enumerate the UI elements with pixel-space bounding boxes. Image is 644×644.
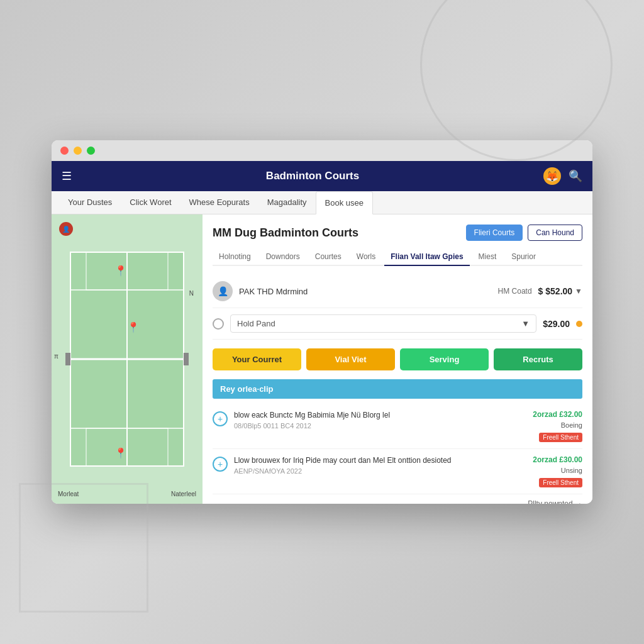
minimize-button[interactable] bbox=[74, 147, 82, 155]
vial-viet-button[interactable]: Vial Viet bbox=[306, 348, 395, 370]
sub-tab-miest[interactable]: Miest bbox=[472, 248, 503, 265]
app-title: Badminton Courts bbox=[82, 170, 543, 182]
svg-rect-7 bbox=[65, 353, 70, 365]
add-icon-1[interactable]: + bbox=[213, 411, 228, 426]
tab-whese-eopurats[interactable]: Whese Eopurats bbox=[180, 191, 258, 214]
list-price-2: 2orzad £30.00 bbox=[533, 455, 582, 464]
list-item-1: + blow eack Bunctc Mg Babimia Mje Nü Blo… bbox=[213, 404, 582, 449]
menu-icon[interactable]: ☰ bbox=[62, 169, 72, 183]
list-status-2: Unsing bbox=[533, 467, 582, 474]
booking-row-1: 👤 PAK THD Mdrmind HM Coatd $ $52.00 ▼ bbox=[213, 275, 582, 308]
list-item-2: + Llow brouwex for Iriq Pide may court d… bbox=[213, 449, 582, 494]
app-window: ☰ Badminton Courts 🦊 🔍 Your Dustes Click… bbox=[52, 140, 592, 504]
list-right-1: 2orzad £32.00 Boeing Freell Sthent bbox=[533, 410, 582, 442]
close-button[interactable] bbox=[60, 147, 69, 155]
sub-tab-flian[interactable]: Flian Vall ltaw Gpies bbox=[384, 248, 469, 266]
map-panel: 👤 📍 📍 📍 Morleat Naterleel N π bbox=[52, 214, 203, 504]
user-location-avatar: 👤 bbox=[59, 222, 73, 236]
main-content: 👤 📍 📍 📍 Morleat Naterleel N π MM Dug Bad… bbox=[52, 214, 592, 504]
navbar-icons: 🦊 🔍 bbox=[543, 167, 582, 185]
sub-tab-spurior[interactable]: Spurior bbox=[505, 248, 542, 265]
add-icon-2[interactable]: + bbox=[213, 457, 228, 472]
map-pin-3: 📍 bbox=[114, 447, 127, 459]
map-pin-1: 📍 bbox=[114, 265, 127, 277]
badge-1: Freell Sthent bbox=[539, 433, 582, 442]
tab-book-usee[interactable]: Book usee bbox=[316, 191, 373, 214]
recent-header: Rey orlea·clip bbox=[213, 379, 582, 399]
tab-your-dustes[interactable]: Your Dustes bbox=[59, 191, 121, 214]
status-indicator bbox=[576, 321, 582, 327]
list-content-1: blow eack Bunctc Mg Babimia Mje Nü Blorg… bbox=[234, 410, 526, 430]
chevron-down-icon: ▼ bbox=[521, 319, 530, 328]
tab-click-woret[interactable]: Click Woret bbox=[121, 191, 180, 214]
list-status-1: Boeing bbox=[533, 421, 582, 429]
maximize-button[interactable] bbox=[87, 147, 95, 155]
sub-tab-downdors[interactable]: Downdors bbox=[260, 248, 306, 265]
list-date-2: AENP/SNAfOYA 2022 bbox=[234, 467, 526, 475]
booking-price: $ $52.00 ▼ bbox=[538, 286, 582, 296]
tabbar: Your Dustes Click Woret Whese Eopurats M… bbox=[52, 191, 592, 214]
search-icon[interactable]: 🔍 bbox=[569, 169, 582, 183]
svg-rect-8 bbox=[184, 353, 189, 365]
hold-select[interactable]: Hold Pand ▼ bbox=[230, 314, 536, 333]
sub-tab-courtes[interactable]: Courtes bbox=[309, 248, 348, 265]
tab-magadality[interactable]: Magadality bbox=[258, 191, 316, 214]
sub-tab-worls[interactable]: Worls bbox=[350, 248, 382, 265]
recruts-button[interactable]: Recruts bbox=[494, 348, 582, 370]
filter-courts-button[interactable]: Flieri Courts bbox=[466, 225, 523, 241]
hold-row: Hold Pand ▼ $29.00 bbox=[213, 308, 582, 340]
list-right-2: 2orzad £30.00 Unsing Freell Sthent bbox=[533, 455, 582, 487]
map-label-pi: π bbox=[54, 353, 58, 360]
venue-header: MM Dug Badminton Courts Flieri Courts Ca… bbox=[213, 225, 582, 241]
venue-title: MM Dug Badminton Courts bbox=[213, 226, 358, 240]
court-map: 👤 📍 📍 📍 Morleat Naterleel N π bbox=[52, 214, 203, 504]
list-price-1: 2orzad £32.00 bbox=[533, 410, 582, 419]
map-pin-2: 📍 bbox=[127, 321, 140, 333]
sub-tabs: Holnoting Downdors Courtes Worls Flian V… bbox=[213, 248, 582, 266]
list-content-2: Llow brouwex for Iriq Pide may court dan… bbox=[234, 455, 526, 475]
action-buttons: Your Courret Vial Viet Serving Recruts bbox=[213, 348, 582, 370]
right-panel: MM Dug Badminton Courts Flieri Courts Ca… bbox=[203, 214, 592, 504]
your-courret-button[interactable]: Your Courret bbox=[213, 348, 301, 370]
hold-price: $29.00 bbox=[543, 319, 570, 329]
navbar: ☰ Badminton Courts 🦊 🔍 bbox=[52, 161, 592, 191]
map-label-right: Naterleel bbox=[171, 491, 196, 497]
chevron-down-icon: ▼ bbox=[575, 287, 582, 296]
sub-tab-holnoting[interactable]: Holnoting bbox=[213, 248, 257, 265]
list-title-2: Llow brouwex for Iriq Pide may court dan… bbox=[234, 455, 526, 466]
serving-button[interactable]: Serving bbox=[400, 348, 489, 370]
venue-actions: Flieri Courts Can Hound bbox=[466, 225, 582, 241]
list-date-1: 08/0Blp5 0011 BC4 2012 bbox=[234, 422, 526, 430]
can-hound-button[interactable]: Can Hound bbox=[528, 225, 582, 241]
avatar[interactable]: 🦊 bbox=[543, 167, 561, 185]
booking-user-name: PAK THD Mdrmind bbox=[239, 287, 308, 296]
booking-avatar: 👤 bbox=[213, 281, 233, 301]
map-label-n: N bbox=[189, 290, 194, 297]
map-label-left: Morleat bbox=[58, 491, 79, 497]
badge-2: Freell Sthent bbox=[539, 478, 582, 487]
list-title-1: blow eack Bunctc Mg Babimia Mje Nü Blorg… bbox=[234, 410, 526, 421]
titlebar bbox=[52, 140, 592, 161]
booking-court-label: HM Coatd bbox=[498, 287, 532, 296]
desktop-background: ☰ Badminton Courts 🦊 🔍 Your Dustes Click… bbox=[0, 0, 644, 644]
see-all-link[interactable]: Pllty nownted → bbox=[213, 494, 582, 504]
hold-radio[interactable] bbox=[213, 318, 224, 330]
